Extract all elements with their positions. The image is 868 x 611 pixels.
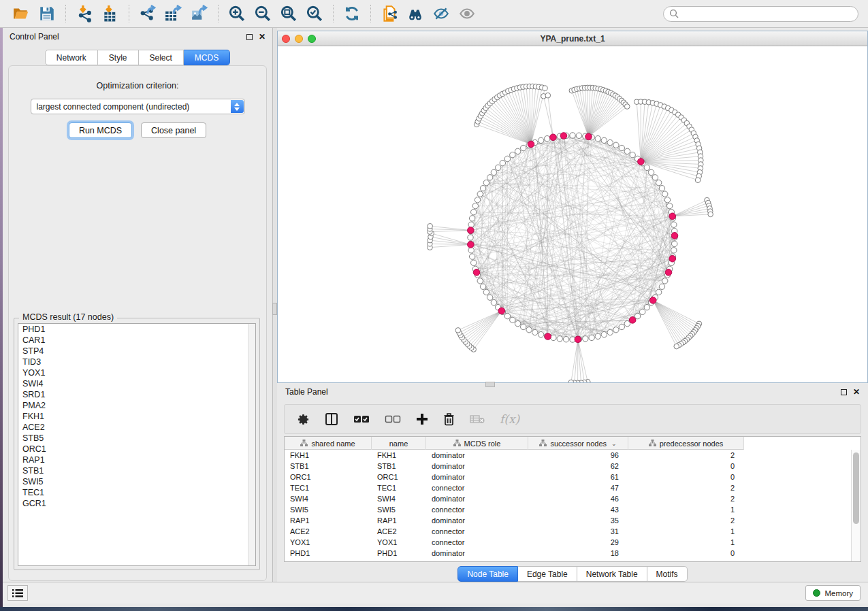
cell-predecessor-nodes[interactable]: 1	[628, 538, 744, 546]
graph-node[interactable]	[674, 344, 679, 349]
mcds-hub-node[interactable]	[585, 133, 592, 140]
cell-successor-nodes[interactable]: 35	[528, 516, 628, 525]
tab-mcds[interactable]: MCDS	[184, 50, 230, 65]
mcds-hub-node[interactable]	[545, 333, 551, 340]
graph-node[interactable]	[472, 203, 478, 208]
cell-MCDS-role[interactable]: dominator	[426, 495, 528, 503]
mcds-result-list[interactable]: PHD1CAR1STP4TID3YOX1SWI4SRD1PMA2FKH1ACE2…	[18, 323, 256, 566]
column-header-MCDS-role[interactable]: MCDS role	[426, 437, 528, 450]
mcds-list-scrollbar[interactable]	[248, 324, 255, 565]
graph-node[interactable]	[521, 324, 526, 329]
cell-shared-name[interactable]: ORC1	[285, 473, 372, 481]
graph-node[interactable]	[656, 289, 661, 295]
cell-successor-nodes[interactable]: 62	[528, 462, 628, 470]
graph-node[interactable]	[563, 337, 568, 342]
binoculars-icon[interactable]	[404, 3, 426, 24]
cell-shared-name[interactable]: SWI4	[285, 495, 372, 503]
cell-shared-name[interactable]: SWI5	[285, 506, 372, 514]
document-network-icon[interactable]	[379, 3, 400, 24]
graph-node[interactable]	[487, 175, 492, 180]
cell-name[interactable]: RAP1	[372, 516, 426, 525]
graph-node[interactable]	[659, 284, 664, 289]
graph-node[interactable]	[595, 333, 600, 339]
float-table-panel-icon[interactable]	[841, 389, 847, 395]
mcds-hub-node[interactable]	[638, 159, 645, 165]
graph-node[interactable]	[538, 331, 543, 337]
cell-name[interactable]: PHD1	[372, 549, 426, 557]
cell-name[interactable]: YOX1	[372, 538, 426, 546]
graph-node[interactable]	[428, 223, 433, 229]
table-row[interactable]: STB1STB1dominator620	[285, 461, 851, 472]
mcds-result-item[interactable]: STB5	[18, 433, 255, 444]
deselect-all-checkboxes-icon[interactable]	[385, 414, 401, 424]
mcds-result-item[interactable]: STP4	[18, 346, 255, 357]
cell-successor-nodes[interactable]: 96	[528, 451, 628, 459]
graph-node[interactable]	[639, 309, 645, 314]
graph-node[interactable]	[504, 313, 510, 318]
table-row[interactable]: YOX1YOX1connector291	[285, 537, 851, 548]
mcds-result-item[interactable]: FKH1	[18, 411, 255, 422]
zoom-in-icon[interactable]	[226, 3, 248, 24]
graph-node[interactable]	[543, 86, 548, 91]
mcds-result-item[interactable]: SWI4	[18, 378, 255, 389]
cell-MCDS-role[interactable]: connector	[426, 538, 528, 546]
close-table-panel-icon[interactable]: ✕	[853, 389, 860, 395]
graph-node[interactable]	[624, 104, 630, 110]
table-row[interactable]: ORC1ORC1dominator610	[285, 472, 851, 482]
graph-node[interactable]	[671, 222, 677, 227]
cell-successor-nodes[interactable]: 46	[528, 495, 628, 503]
graph-node[interactable]	[515, 320, 520, 326]
graph-node[interactable]	[619, 324, 624, 329]
graph-node[interactable]	[607, 329, 613, 335]
table-row[interactable]: FKH1FKH1dominator962	[285, 450, 851, 461]
graph-node[interactable]	[557, 336, 562, 342]
tab-select[interactable]: Select	[139, 50, 184, 65]
zoom-selected-icon[interactable]	[304, 3, 325, 24]
graph-node[interactable]	[475, 197, 480, 203]
cell-MCDS-role[interactable]: connector	[426, 484, 528, 492]
tab-node-table[interactable]: Node Table	[457, 566, 518, 582]
save-icon[interactable]	[36, 3, 58, 24]
mcds-result-item[interactable]: GCR1	[18, 498, 255, 509]
graph-node[interactable]	[634, 313, 640, 318]
vertical-splitter-handle[interactable]	[272, 303, 277, 315]
graph-node[interactable]	[664, 197, 670, 203]
table-row[interactable]: RAP1RAP1dominator352	[285, 515, 851, 526]
table-row[interactable]: SWI5SWI5connector431	[285, 504, 851, 515]
delete-column-trash-icon[interactable]	[443, 413, 455, 426]
graph-node[interactable]	[624, 148, 630, 154]
cell-MCDS-role[interactable]: connector	[426, 506, 528, 514]
graph-node[interactable]	[480, 284, 485, 289]
cell-successor-nodes[interactable]: 18	[528, 549, 628, 557]
graph-node[interactable]	[545, 93, 551, 98]
tab-network-table[interactable]: Network Table	[577, 566, 647, 582]
graph-node[interactable]	[510, 317, 515, 323]
graph-node[interactable]	[480, 186, 485, 191]
graph-node[interactable]	[644, 304, 649, 310]
graph-node[interactable]	[477, 191, 483, 197]
cell-shared-name[interactable]: PHD1	[285, 549, 372, 557]
graph-node[interactable]	[471, 209, 477, 214]
graph-node[interactable]	[607, 139, 613, 145]
mcds-hub-node[interactable]	[473, 269, 480, 276]
graph-node[interactable]	[538, 137, 543, 143]
mcds-result-item[interactable]: SWI5	[18, 476, 255, 487]
close-panel-button[interactable]: Close panel	[141, 122, 206, 138]
mcds-hub-node[interactable]	[550, 134, 557, 141]
graph-node[interactable]	[468, 248, 474, 253]
graph-node[interactable]	[576, 133, 581, 138]
graph-node[interactable]	[619, 145, 624, 150]
table-row[interactable]: TEC1TEC1connector472	[285, 482, 851, 493]
graph-node[interactable]	[708, 212, 713, 217]
cell-predecessor-nodes[interactable]: 2	[628, 484, 744, 492]
cell-successor-nodes[interactable]: 31	[528, 527, 628, 535]
close-panel-icon[interactable]: ✕	[259, 33, 266, 40]
tab-style[interactable]: Style	[98, 50, 139, 65]
cell-successor-nodes[interactable]: 43	[528, 506, 628, 514]
graph-node[interactable]	[491, 169, 496, 175]
cell-MCDS-role[interactable]: dominator	[426, 451, 528, 459]
graph-node[interactable]	[551, 335, 556, 340]
mcds-hub-node[interactable]	[649, 297, 656, 304]
graph-node[interactable]	[504, 156, 510, 161]
open-folder-icon[interactable]	[10, 3, 32, 24]
